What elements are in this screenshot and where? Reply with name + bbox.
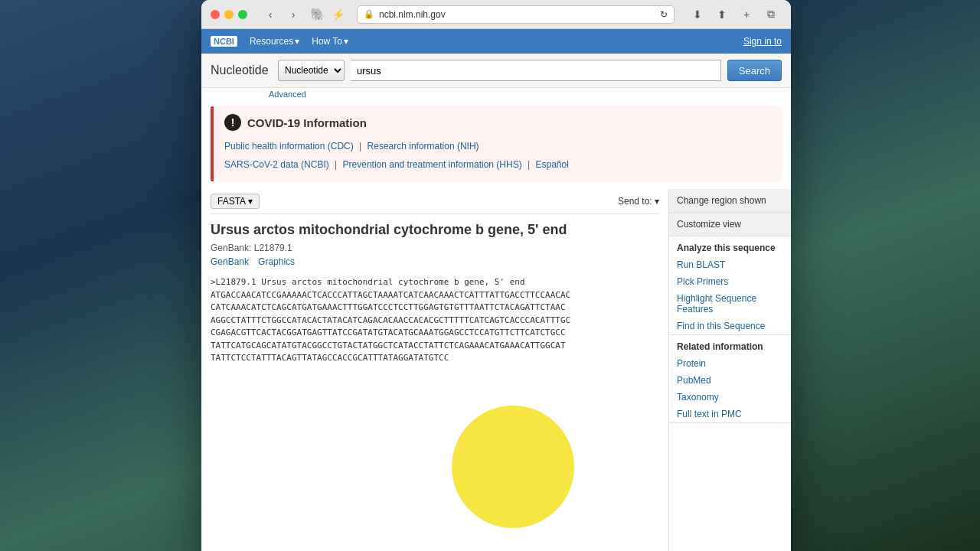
full-text-pmc-link[interactable]: Full text in PMC: [669, 406, 791, 422]
search-input[interactable]: [351, 60, 721, 81]
covid-espanol-link[interactable]: Español: [535, 159, 568, 170]
customize-view-button[interactable]: Customize view: [669, 213, 791, 236]
right-panel: Change region shown Customize view Analy…: [668, 189, 791, 551]
covid-banner: ! COVID-19 Information Public health inf…: [211, 106, 782, 181]
covid-icon: !: [224, 114, 241, 131]
howto-link[interactable]: How To ▾: [312, 36, 348, 47]
resources-chevron-icon: ▾: [295, 36, 299, 47]
sequence-links: GenBank Graphics: [211, 256, 659, 267]
maximize-button[interactable]: [238, 10, 247, 19]
left-panel: FASTA ▾ Send to: ▾ Ursus arctos mitochon…: [201, 189, 668, 551]
new-tab-icon[interactable]: +: [736, 6, 757, 23]
lock-icon: 🔒: [364, 9, 374, 19]
page-title: Nucleotide: [211, 64, 272, 77]
covid-title: COVID-19 Information: [247, 116, 367, 129]
find-in-sequence-link[interactable]: Find in this Sequence: [669, 318, 791, 334]
change-region-button[interactable]: Change region shown: [669, 189, 791, 213]
advanced-link[interactable]: Advanced: [269, 90, 791, 99]
search-button[interactable]: Search: [727, 60, 782, 81]
pubmed-link[interactable]: PubMed: [669, 372, 791, 389]
graphics-link[interactable]: Graphics: [258, 256, 295, 267]
share-icon[interactable]: ⬆: [711, 6, 733, 23]
url-text: ncbi.nlm.nih.gov: [379, 9, 446, 20]
genbank-link[interactable]: GenBank: [211, 256, 249, 267]
resources-link[interactable]: Resources ▾: [250, 36, 299, 47]
reload-icon[interactable]: ↻: [660, 9, 668, 20]
back-button[interactable]: ‹: [260, 6, 281, 23]
send-to-chevron-icon: ▾: [655, 196, 659, 207]
forward-button[interactable]: ›: [283, 6, 304, 23]
covid-links: Public health information (CDC) | Resear…: [224, 137, 771, 174]
related-section-title: Related information: [669, 335, 791, 355]
fasta-toolbar: FASTA ▾ Send to: ▾: [211, 189, 659, 214]
covid-hhs-link[interactable]: Prevention and treatment information (HH…: [343, 159, 522, 170]
extension2-icon: ⚡: [332, 8, 345, 21]
protein-link[interactable]: Protein: [669, 355, 791, 372]
minimize-button[interactable]: [224, 10, 234, 19]
analyze-section: Analyze this sequence Run BLAST Pick Pri…: [669, 236, 791, 335]
tabs-icon[interactable]: ⧉: [760, 6, 782, 23]
sequence-text: >L21879.1 Ursus arctos mitochondrial cyt…: [211, 276, 659, 365]
search-area: Nucleotide Nucleotide Search Advanced: [201, 54, 791, 99]
genbank-info: GenBank: L21879.1: [211, 243, 659, 253]
toolbar-icons: ⬇ ⬆ + ⧉: [687, 6, 782, 23]
database-select[interactable]: Nucleotide: [278, 60, 345, 81]
nav-buttons: ‹ ›: [260, 6, 304, 23]
covid-ncbi-link[interactable]: SARS-CoV-2 data (NCBI): [224, 159, 329, 170]
related-section: Related information Protein PubMed Taxon…: [669, 335, 791, 423]
run-blast-link[interactable]: Run BLAST: [669, 256, 791, 273]
ncbi-navbar: NCBI Resources ▾ How To ▾ Sign in to: [201, 29, 791, 54]
taxonomy-link[interactable]: Taxonomy: [669, 389, 791, 406]
send-to[interactable]: Send to: ▾: [618, 196, 659, 207]
signin-link[interactable]: Sign in to: [743, 36, 782, 47]
titlebar: ‹ › 🐘 ⚡ 🔒 ncbi.nlm.nih.gov ↻ ⬇ ⬆ + ⧉: [201, 0, 791, 29]
covid-cdc-link[interactable]: Public health information (CDC): [224, 141, 354, 152]
close-button[interactable]: [211, 10, 220, 19]
fasta-chevron-icon: ▾: [248, 196, 253, 207]
yellow-circle-overlay: [452, 406, 574, 528]
sequence-title: Ursus arctos mitochondrial cytochrome b …: [211, 222, 659, 238]
covid-nih-link[interactable]: Research information (NIH): [368, 141, 479, 152]
traffic-lights: [211, 10, 247, 19]
download-icon[interactable]: ⬇: [687, 6, 708, 23]
ncbi-logo: NCBI: [211, 36, 237, 47]
address-bar[interactable]: 🔒 ncbi.nlm.nih.gov ↻: [357, 5, 675, 24]
extension-icon: 🐘: [310, 7, 325, 21]
howto-chevron-icon: ▾: [344, 36, 348, 47]
highlight-features-link[interactable]: Highlight Sequence Features: [669, 290, 791, 318]
fasta-button[interactable]: FASTA ▾: [211, 194, 260, 209]
ncbi-logo-box: NCBI: [211, 36, 237, 47]
covid-header: ! COVID-19 Information: [224, 114, 771, 131]
search-bar: Nucleotide Nucleotide Search: [201, 54, 791, 88]
pick-primers-link[interactable]: Pick Primers: [669, 273, 791, 290]
analyze-section-title: Analyze this sequence: [669, 236, 791, 256]
